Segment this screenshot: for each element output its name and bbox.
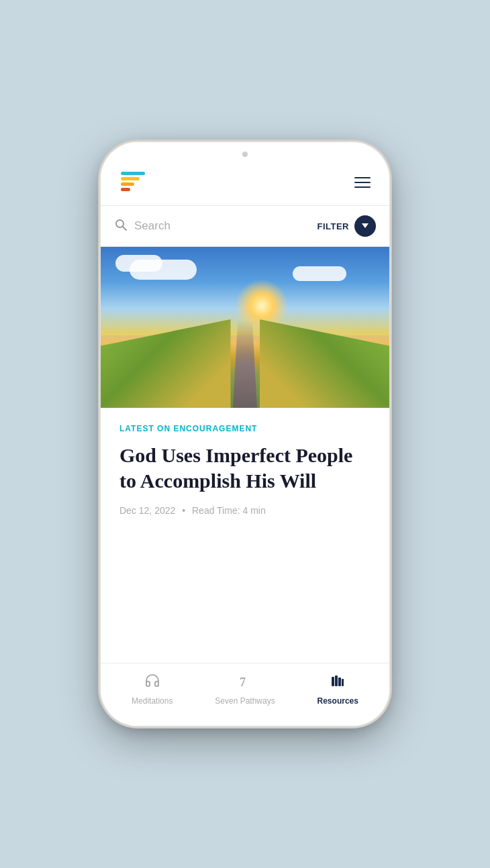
nav-item-resources[interactable]: Resources: [311, 673, 364, 706]
search-placeholder-text: Search: [134, 219, 170, 233]
hamburger-line-2: [354, 182, 371, 183]
hamburger-line-1: [354, 177, 371, 178]
article-date: Dec 12, 2022: [119, 505, 175, 516]
bottom-navigation: Meditations 7 Seven Pathways: [101, 663, 389, 726]
svg-text:7: 7: [240, 675, 246, 689]
category-label: LATEST ON ENCOURAGEMENT: [119, 424, 371, 433]
search-bar: Search FILTER: [101, 206, 389, 247]
cloud-2: [115, 255, 162, 272]
svg-rect-9: [332, 677, 334, 686]
content-area: LATEST ON ENCOURAGEMENT God Uses Imperfe…: [101, 408, 389, 663]
resources-icon: [330, 673, 346, 693]
phone-screen: Search FILTER L: [101, 142, 389, 726]
seven-pathways-icon: 7: [237, 673, 253, 693]
app-logo: [119, 170, 146, 195]
search-input-area[interactable]: Search: [114, 218, 317, 235]
top-bar: [101, 142, 389, 206]
svg-rect-10: [335, 675, 338, 686]
svg-line-6: [123, 227, 126, 230]
article-meta: Dec 12, 2022 • Read Time: 4 min: [119, 505, 371, 516]
hero-image: [101, 247, 389, 408]
read-time-label: Read Time:: [192, 505, 240, 516]
nav-label-meditations: Meditations: [132, 696, 173, 706]
read-time-value: 4 min: [242, 505, 265, 516]
hamburger-line-3: [354, 186, 371, 188]
hamburger-menu-button[interactable]: [354, 177, 371, 188]
meta-separator: •: [182, 505, 185, 516]
svg-rect-12: [342, 679, 344, 686]
search-icon: [114, 218, 128, 235]
article-title: God Uses Imperfect People to Accomplish …: [119, 443, 371, 493]
nav-label-seven-pathways: Seven Pathways: [215, 696, 275, 706]
svg-rect-3: [121, 188, 130, 191]
nav-item-meditations[interactable]: Meditations: [126, 673, 179, 706]
svg-rect-1: [121, 177, 140, 180]
svg-rect-11: [338, 677, 341, 686]
article-card[interactable]: LATEST ON ENCOURAGEMENT God Uses Imperfe…: [101, 408, 389, 529]
phone-device: Search FILTER L: [101, 142, 389, 726]
filter-area: FILTER: [317, 215, 376, 237]
svg-marker-7: [362, 223, 369, 228]
filter-button[interactable]: [354, 215, 376, 237]
nav-label-resources: Resources: [317, 696, 358, 706]
svg-rect-2: [121, 182, 134, 186]
svg-rect-0: [121, 172, 145, 175]
logo-icon: [119, 170, 146, 195]
cloud-3: [293, 266, 346, 281]
headphones-icon: [144, 673, 160, 693]
nav-item-seven-pathways[interactable]: 7 Seven Pathways: [215, 673, 275, 706]
filter-label: FILTER: [317, 221, 349, 231]
